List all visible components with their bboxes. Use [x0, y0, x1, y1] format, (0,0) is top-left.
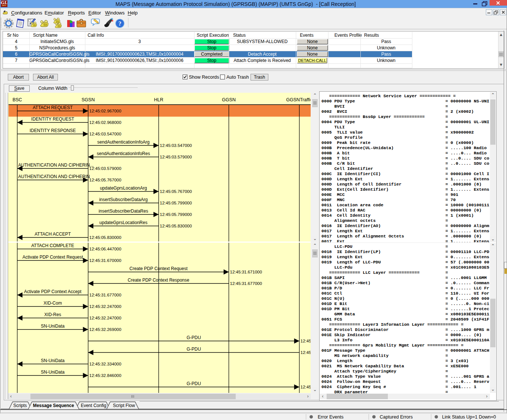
svg-text:12:45:05.799000: 12:45:05.799000 — [160, 201, 192, 205]
svg-text:sendAuthenticationInfoArg: sendAuthenticationInfoArg — [97, 140, 150, 145]
svg-text:?: ? — [118, 20, 121, 27]
svg-text:12:45:32.334000: 12:45:32.334000 — [89, 362, 121, 366]
svg-text:XID-Res: XID-Res — [44, 312, 61, 317]
svg-text:12:45:05.767000: 12:45:05.767000 — [160, 189, 192, 194]
svg-text:12:45:02.968000: 12:45:02.968000 — [89, 120, 121, 125]
svg-text:ATTACH ACCEPT: ATTACH ACCEPT — [35, 232, 71, 237]
svg-text:ATTACH REQUEST: ATTACH REQUEST — [33, 105, 73, 110]
svg-text:SN-UniData: SN-UniData — [41, 370, 65, 375]
svg-text:Create PDP Context Response: Create PDP Context Response — [128, 278, 189, 283]
svg-text:12:45:32.847000: 12:45:32.847000 — [301, 385, 311, 389]
svg-text:updateGprsLocationRes: updateGprsLocationRes — [99, 220, 147, 225]
svg-text:IDENTITY RESPONSE: IDENTITY RESPONSE — [30, 128, 76, 133]
svg-text:12:45:05.767000: 12:45:05.767000 — [89, 178, 121, 182]
svg-text:G-PDU: G-PDU — [187, 381, 201, 386]
svg-text:12:45:32.247000: 12:45:32.247000 — [89, 304, 121, 309]
svg-text:12:45:05.830000: 12:45:05.830000 — [89, 235, 121, 240]
svg-text:AUTHENTICATION AND CIPHERIN: AUTHENTICATION AND CIPHERIN — [18, 174, 90, 179]
svg-text:SGSN: SGSN — [82, 97, 95, 102]
svg-text:Event Config: Event Config — [81, 403, 107, 408]
svg-text:12:45:06.447000: 12:45:06.447000 — [89, 247, 121, 251]
svg-text:insertSubscriberDataArg: insertSubscriberDataArg — [99, 197, 148, 202]
svg-text:ATTACH COMPLETE: ATTACH COMPLETE — [31, 243, 74, 248]
svg-text:12:45:32.846000: 12:45:32.846000 — [89, 373, 121, 378]
svg-text:Activate PDP Context Accept: Activate PDP Context Accept — [24, 289, 82, 294]
svg-text:GGSNTraffic: GGSNTraffic — [286, 97, 311, 102]
svg-text:Create PDP Context Request: Create PDP Context Request — [130, 266, 188, 271]
svg-text:Activate PDP Context Request: Activate PDP Context Request — [22, 255, 83, 260]
svg-text:SN-UniData: SN-UniData — [41, 324, 65, 329]
svg-text:12:45:32.247000: 12:45:32.247000 — [89, 316, 121, 320]
svg-text:12:45:02.967000: 12:45:02.967000 — [89, 109, 121, 113]
svg-text:12:45:31.670000: 12:45:31.670000 — [89, 258, 121, 263]
svg-text:12:45:31.677000: 12:45:31.677000 — [89, 293, 121, 297]
svg-text:Message Sequence: Message Sequence — [33, 403, 74, 408]
svg-text:12:45:03.547000: 12:45:03.547000 — [89, 132, 121, 136]
svg-text:HLR: HLR — [154, 97, 163, 102]
svg-text:12:45:05.799000: 12:45:05.799000 — [160, 212, 192, 217]
svg-text:sendAuthenticationInfoRes: sendAuthenticationInfoRes — [97, 151, 150, 156]
svg-text:12:45:32.270000: 12:45:32.270000 — [301, 350, 311, 355]
svg-text:G-PDU: G-PDU — [187, 335, 201, 340]
svg-text:G-PDU: G-PDU — [187, 347, 201, 352]
svg-text:Script Flow: Script Flow — [113, 403, 135, 408]
svg-text:insertSubscriberDataRes: insertSubscriberDataRes — [99, 209, 148, 214]
svg-text:GGSN: GGSN — [222, 97, 236, 102]
svg-text:12:45:31.671000: 12:45:31.671000 — [230, 270, 262, 274]
svg-text:updateGprsLocationArg: updateGprsLocationArg — [100, 186, 147, 191]
svg-text:SN-UniData: SN-UniData — [41, 358, 65, 363]
svg-text:XID-Com: XID-Com — [43, 301, 62, 306]
svg-text:12:45:05.830000: 12:45:05.830000 — [160, 224, 192, 228]
svg-text:12:45:32.269000: 12:45:32.269000 — [89, 327, 121, 332]
svg-text:AUTHENTICATION AND CIPHERIN...: AUTHENTICATION AND CIPHERIN... — [18, 163, 94, 168]
svg-text:BSC: BSC — [13, 97, 22, 102]
svg-text:12:45:03.579000: 12:45:03.579000 — [89, 166, 121, 171]
svg-text:12:45:03.579000: 12:45:03.579000 — [160, 155, 192, 159]
svg-text:IDENTITY REQUEST: IDENTITY REQUEST — [31, 117, 74, 122]
svg-text:Scripts: Scripts — [13, 403, 27, 408]
svg-text:12:45:31.677000: 12:45:31.677000 — [230, 281, 262, 286]
svg-text:12:45:32.269000: 12:45:32.269000 — [301, 339, 311, 343]
svg-text:12:45:03.547000: 12:45:03.547000 — [160, 143, 192, 148]
